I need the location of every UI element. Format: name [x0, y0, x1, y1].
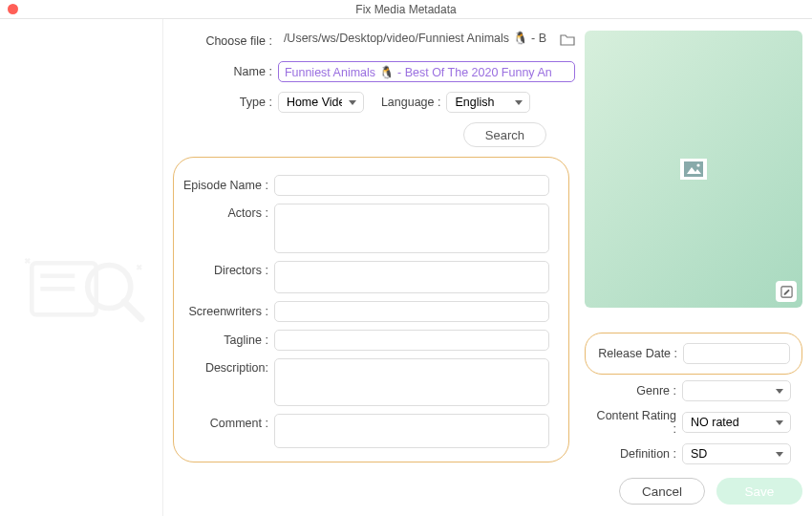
description-label: Description: — [183, 358, 274, 375]
genre-select[interactable] — [682, 380, 791, 401]
svg-point-7 — [696, 163, 699, 166]
poster-preview — [585, 31, 802, 308]
actors-label: Actors : — [183, 204, 274, 220]
type-lang-row: Type : Home Vide… Language : English — [173, 92, 575, 113]
type-select[interactable]: Home Vide… — [278, 92, 364, 113]
details-box: Episode Name : Actors : Directors : Scre… — [173, 157, 569, 462]
screenwriters-input[interactable] — [274, 301, 549, 322]
definition-select[interactable]: SD — [682, 443, 791, 464]
release-date-label: Release Date : — [597, 347, 683, 360]
name-label: Name : — [173, 65, 278, 78]
content-rating-label: Content Rating : — [596, 409, 682, 436]
language-select[interactable]: English — [446, 92, 530, 113]
language-label: Language : — [364, 96, 447, 109]
save-button[interactable]: Save — [716, 478, 802, 505]
folder-icon[interactable] — [560, 33, 575, 49]
sidebar — [0, 19, 163, 516]
image-placeholder-icon — [680, 159, 707, 180]
search-row: Search — [173, 122, 575, 147]
window-title: Fix Media Metadata — [0, 3, 812, 16]
search-button[interactable]: Search — [463, 122, 546, 147]
file-path-display: /Users/ws/Desktop/video/Funniest Animals… — [278, 31, 552, 52]
svg-line-4 — [124, 302, 141, 319]
episode-name-label: Episode Name : — [183, 179, 274, 192]
actors-input[interactable] — [274, 204, 549, 253]
name-row: Name : — [173, 61, 575, 82]
search-illustration-icon — [21, 244, 150, 330]
directors-input[interactable] — [274, 261, 549, 293]
tagline-label: Tagline : — [183, 333, 274, 347]
meta-rows: Genre : Content Rating : NO rated Defini… — [585, 375, 802, 464]
main: Choose file : /Users/ws/Desktop/video/Fu… — [0, 19, 812, 516]
titlebar: Fix Media Metadata — [0, 0, 812, 19]
footer-buttons: Cancel Save — [585, 478, 802, 505]
left-panel: Choose file : /Users/ws/Desktop/video/Fu… — [173, 31, 575, 508]
description-input[interactable] — [274, 358, 549, 406]
comment-input[interactable] — [274, 414, 549, 448]
choose-file-label: Choose file : — [173, 34, 278, 48]
genre-label: Genre : — [596, 384, 682, 398]
release-date-input[interactable] — [683, 343, 790, 364]
type-label: Type : — [173, 96, 278, 109]
svg-rect-5 — [684, 161, 703, 177]
definition-label: Definition : — [596, 447, 682, 461]
edit-poster-button[interactable] — [776, 281, 797, 302]
name-input[interactable] — [278, 61, 575, 82]
comment-label: Comment : — [183, 414, 274, 430]
window-controls — [8, 4, 18, 14]
content-rating-select[interactable]: NO rated — [682, 412, 791, 433]
content: Choose file : /Users/ws/Desktop/video/Fu… — [163, 19, 812, 516]
episode-name-input[interactable] — [274, 175, 549, 196]
directors-label: Directors : — [183, 261, 274, 277]
choose-file-row: Choose file : /Users/ws/Desktop/video/Fu… — [173, 31, 575, 52]
screenwriters-label: Screenwriters : — [183, 305, 274, 318]
tagline-input[interactable] — [274, 330, 549, 351]
close-window-icon[interactable] — [8, 4, 18, 14]
cancel-button[interactable]: Cancel — [619, 478, 705, 505]
right-panel: Release Date : Genre : Content Rating : … — [585, 31, 802, 508]
meta-box: Release Date : — [585, 333, 802, 375]
